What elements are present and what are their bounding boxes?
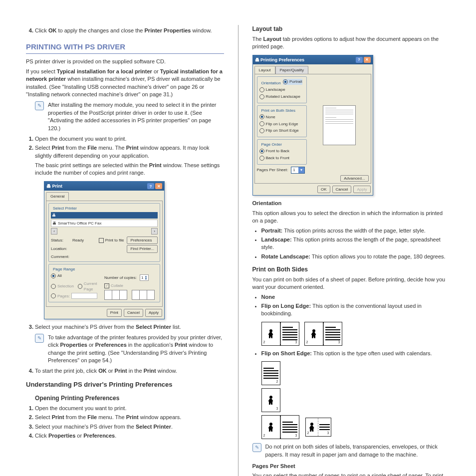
note-memory-module: ✎ After installing the memory module, yo… [35,101,224,132]
orient-portrait[interactable]: Portrait [283,79,302,84]
help-button[interactable]: ? [356,57,363,63]
copies-spinner[interactable]: 1▲▼ [140,274,149,281]
heading-orientation: Orientation [252,200,451,207]
orient-landscape[interactable]: Landscape [259,87,285,92]
note-icon: ✎ [35,334,44,343]
orientation-list: Portrait: This option prints across the … [252,227,451,261]
flip-short-edge-illustration: 2 3 2 3 2 3 [261,361,451,439]
order-btf[interactable]: Back to Front [259,155,290,161]
apply-button[interactable]: Apply [353,186,370,193]
heading-both-sides: Print on Both Sides [252,265,451,274]
scroll-right[interactable]: › [151,228,158,235]
range-pages[interactable]: Pages: [51,293,97,299]
print-dialog-titlebar[interactable]: 🖶 Print ? ✕ [44,182,164,191]
range-all[interactable]: All [51,273,62,278]
prefs-dialog: 🖶 Printing Preferences ? ✕ Layout Paper/… [252,55,373,196]
range-current[interactable]: Current Page [78,281,104,292]
prefs-titlebar[interactable]: 🖶 Printing Preferences ? ✕ [253,55,373,65]
note-icon: ✎ [252,443,261,452]
print-button[interactable]: Print [107,309,122,316]
both-long[interactable]: Flip on Long Edge [259,121,298,127]
printer-selected: 🖶 [51,212,158,219]
help-button[interactable]: ? [147,183,154,189]
heading-printing-ps-driver: PRINTING WITH PS DRIVER [26,41,224,54]
heading-understanding: Understanding PS driver's Printing Prefe… [26,380,224,389]
order-ftb[interactable]: Front to Back [259,148,290,154]
opening-steps: Open the document you want to print. Sel… [26,405,224,440]
flip-long-edge-illustration: 2 3 2 3 [261,322,451,346]
page-preview [323,105,356,145]
cancel-button[interactable]: Cancel [332,186,352,193]
note-both-sides-warning: ✎ Do not print on both sides of labels, … [252,443,451,459]
advanced-button[interactable]: Advanced... [340,175,368,182]
both-sides-list: None Flip on Long Edge: This option is t… [252,293,451,318]
tab-paper-quality[interactable]: Paper/Quality [275,66,308,74]
print-dialog: 🖶 Print ? ✕ General Select Printer 🖶 [44,181,165,319]
heading-opening-prefs: Opening Printing Preferences [35,394,224,403]
scroll-left[interactable]: ‹ [51,228,57,235]
step-1: Open the document you want to print. [35,135,224,143]
apply-button[interactable]: Apply [145,309,162,316]
find-printer-button[interactable]: Find Printer... [127,245,158,252]
printer-list-item[interactable]: 🖶 SmarThru Office PC Fax [51,220,158,227]
ps-intro-1: PS printer driver is provided on the sup… [26,58,224,65]
both-none[interactable]: None [259,114,275,120]
step-4: To start the print job, click OK or Prin… [35,367,224,375]
pps-combo[interactable]: 1▾ [291,167,304,174]
collate-check[interactable]: Collate [104,283,123,288]
close-button[interactable]: ✕ [155,183,162,189]
close-button[interactable]: ✕ [364,57,371,63]
note-icon: ✎ [35,101,44,110]
select-printer-fieldset: Select Printer 🖶 🖶 SmarThru Office PC Fa… [48,203,160,262]
ok-button[interactable]: OK [317,186,330,193]
range-selection[interactable]: Selection [51,281,74,292]
tab-general[interactable]: General [46,192,69,200]
heading-layout-tab: Layout tab [252,25,451,33]
step-4-left: Click OK to apply the changes and close … [26,27,224,34]
page-range-fieldset: Page Range All Selection Current Page Pa… [48,264,160,303]
heading-pages-per-sheet: Pages Per Sheet [252,463,451,470]
cancel-button[interactable]: Cancel [124,309,143,316]
preferences-button[interactable]: Preferences [127,237,158,244]
step-3: Select your machine's PS driver from the… [35,323,224,365]
step-2: Select Print from the File menu. The Pri… [35,144,224,319]
print-to-file-check[interactable]: Print to file [99,238,124,243]
both-short[interactable]: Flip on Short Edge [259,128,299,133]
ps-steps: Open the document you want to print. Sel… [26,135,224,375]
ps-intro-2: If you select Typical installation for a… [26,68,224,99]
orient-rotated[interactable]: Rotated Landscape [259,94,300,99]
tab-layout[interactable]: Layout [254,66,275,74]
